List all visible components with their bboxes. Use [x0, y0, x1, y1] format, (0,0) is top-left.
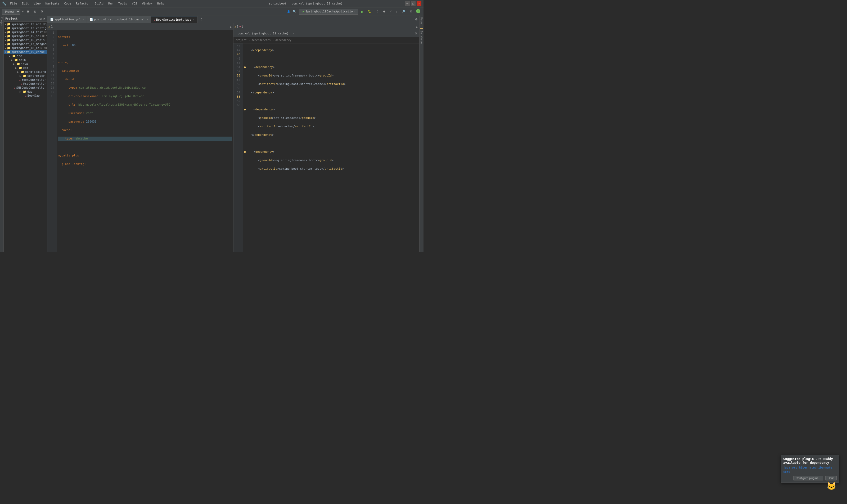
menu-help[interactable]: Help [155, 1, 166, 6]
yaml-warning-icon: ⚠ [49, 25, 50, 28]
tab-application-yml[interactable]: 📄 application.yml ✕ [48, 16, 87, 23]
maven-panel-label[interactable]: Maven [419, 17, 424, 26]
tree-arrow-springboot_16_redis: ▶ [5, 39, 6, 41]
ln-13: 13 [48, 82, 55, 86]
tree-item-dao[interactable]: ▶📁dao [4, 90, 47, 94]
tree-item-springboot_19_cache[interactable]: ▼📁springboot_19_cacheD:/DingJiaxiong/Ide… [4, 50, 47, 54]
menu-run[interactable]: Run [106, 1, 116, 6]
yaml-code-line-5: datasource: [58, 69, 232, 73]
tree-item-springboot_18_es[interactable]: ▶📁springboot_18_esD:/DingJiaxiong/IdeaPr… [4, 46, 47, 50]
tab-close-yml[interactable]: ✕ [82, 18, 84, 21]
tree-arrow-com: ▶ [15, 67, 18, 69]
xml-error-count: 1 [241, 25, 243, 28]
menu-vcs[interactable]: VCS [130, 1, 139, 6]
database-panel-label[interactable]: Database [419, 31, 424, 44]
project-collapse[interactable]: ⊟ [39, 17, 42, 20]
yaml-close-warning[interactable]: ▲ [229, 25, 232, 28]
yaml-code[interactable]: server: port: 80 spring: datasource: dru… [57, 30, 233, 252]
tree-path-springboot_14_test: D:/DingJiaxiong/IdeaProjects/Sp [44, 31, 47, 34]
xml-editor-content: 46 47 48 49 50 51 52 53 54 55 56 57 58 5… [233, 43, 419, 252]
menu-build[interactable]: Build [93, 1, 106, 6]
editor-tabs: 📄 application.yml ✕ 📄 pom.xml (springboo… [48, 16, 419, 23]
menu-view[interactable]: View [32, 1, 43, 6]
xml-line-48: ● <dependency> [244, 65, 418, 69]
tab-pom-xml-secondary[interactable]: pom.xml (springboot_19_cache) [236, 31, 291, 36]
project-dropdown[interactable]: Project [2, 9, 20, 15]
toolbar-more-run[interactable]: ⋮ [374, 9, 380, 14]
left-panel-project[interactable]: Project [0, 17, 3, 28]
xml-line-47 [244, 57, 418, 61]
xml-ln-55: 55 [233, 82, 241, 86]
tree-arrow-springboot_13_configuration: ▶ [5, 27, 6, 30]
run-config-label: Springboot19CacheApplication [305, 10, 355, 13]
run-button[interactable]: ▶ [359, 9, 365, 14]
yaml-code-line-1: server: [58, 35, 232, 39]
tree-item-java[interactable]: ▶📁java [4, 62, 47, 66]
menu-window[interactable]: Window [140, 1, 155, 6]
menu-navigate[interactable]: Navigate [43, 1, 62, 6]
tree-item-springboot_16_redis[interactable]: ▶📁springboot_16_redisD:/DingJiaxiong/Ide… [4, 38, 47, 42]
tree-item-SMSCodeController[interactable]: ☕SMSCodeController [4, 86, 47, 90]
project-settings[interactable]: ⚙ [42, 17, 46, 20]
tree-item-src[interactable]: ▶📁src [4, 54, 47, 58]
minimize-button[interactable]: ─ [405, 1, 410, 6]
tab-pom-xml[interactable]: 📄 pom.xml (springboot_19_cache) ✕ [87, 16, 151, 23]
toolbar-locate[interactable]: ◎ [32, 9, 38, 14]
toolbar-add-config[interactable]: ⊕ [381, 9, 387, 14]
project-sidebar: Project ⊟ ⚙ ▶📁springboot_12_not_deployD:… [4, 16, 48, 252]
yaml-warning-count: 1 [51, 25, 53, 28]
ln-7: 7 [48, 56, 55, 60]
tree-icon-springboot_19_cache: 📁 [7, 50, 11, 54]
yaml-code-line-10: username: root [58, 111, 232, 115]
maximize-button[interactable]: □ [411, 1, 416, 6]
xml-line-60: <artifactId>spring-boot-starter-test</ar… [244, 167, 418, 171]
tree-label-com: com [23, 66, 28, 70]
tab-close-book[interactable]: ✕ [193, 18, 195, 21]
xml-line-50: <artifactId>spring-boot-starter-cache</a… [244, 82, 418, 86]
toolbar-git-more[interactable]: ↕ [395, 10, 399, 14]
close-button[interactable]: ✕ [417, 1, 421, 6]
tree-item-com[interactable]: ▶📁com [4, 66, 47, 70]
tree-item-springboot_13_configuration[interactable]: ▶📁springboot_13_configurationD:/DingJiax… [4, 26, 47, 30]
toolbar-search[interactable]: 🔍 [291, 9, 298, 14]
tree-icon-com: 📁 [19, 66, 22, 70]
toolbar-collapse-all[interactable]: ⊟ [25, 9, 31, 14]
tree-item-BookDao[interactable]: ☕BookDao [4, 94, 47, 98]
tree-icon-controller: 📁 [23, 74, 26, 77]
tab-more[interactable]: ⋮ [199, 17, 204, 22]
tree-item-springboot_17_mongodb[interactable]: ▶📁springboot_17_mongodbD:/DingJiaxiong/I… [4, 42, 47, 46]
xml-code[interactable]: </dependency> ● <dependency> <groupId>or… [243, 43, 419, 252]
tree-label-springboot_17_mongodb: springboot_17_mongodb [12, 42, 47, 46]
menu-file[interactable]: File [8, 1, 19, 6]
toolbar-settings[interactable]: ⚙ [39, 9, 45, 14]
tree-item-springboot_14_test[interactable]: ▶📁springboot_14_testD:/DingJiaxiong/Idea… [4, 30, 47, 34]
toolbar-settings2[interactable]: ⚙ [408, 9, 414, 14]
tree-label-BookDao: BookDao [28, 94, 40, 97]
tab-BookServiceImpl[interactable]: ☕ BookServiceImpl.java ✕ [151, 16, 197, 23]
tree-label-springboot_19_cache: springboot_19_cache [12, 50, 45, 54]
tab-icon-yml: 📄 [50, 18, 54, 21]
toolbar-divider: ▼ [22, 10, 24, 13]
tab-close-pom[interactable]: ✕ [146, 18, 148, 21]
menu-tools[interactable]: Tools [116, 1, 129, 6]
xml-ln-53: 53 [233, 74, 241, 78]
tree-item-BookController[interactable]: ☕BookController [4, 78, 47, 82]
xml-settings-btn[interactable]: ⚙ [415, 32, 417, 35]
debug-button[interactable]: 🐛 [366, 9, 373, 14]
menu-refactor[interactable]: Refactor [74, 1, 92, 6]
tree-item-MsgController[interactable]: ☕MsgController [4, 82, 47, 86]
menu-edit[interactable]: Edit [20, 1, 31, 6]
xml-close-warning[interactable]: ▲ [415, 25, 418, 28]
menu-code[interactable]: Code [62, 1, 73, 6]
toolbar-commit[interactable]: ✓ [388, 9, 394, 14]
editor-settings[interactable]: ⚙ [413, 17, 419, 22]
secondary-tab-close[interactable]: ✕ [293, 32, 294, 35]
tree-arrow-java: ▶ [13, 62, 16, 66]
tree-item-controller[interactable]: ▶📁controller [4, 74, 47, 78]
tree-item-dingjiaxiong[interactable]: ▶📁dingjiaxiong [4, 70, 47, 74]
tree-item-springboot_12_not_deploy[interactable]: ▶📁springboot_12_not_deployD:/DingJiaxion… [4, 22, 47, 26]
toolbar-global-search[interactable]: 🔎 [400, 9, 407, 14]
tree-item-springboot_15_sql[interactable]: ▶📁springboot_15_sqlD:/DingJiaxiong/IdeaP… [4, 34, 47, 38]
tab-label-book: BookServiceImpl.java [156, 18, 191, 21]
tree-item-main[interactable]: ▶📁main [4, 58, 47, 62]
